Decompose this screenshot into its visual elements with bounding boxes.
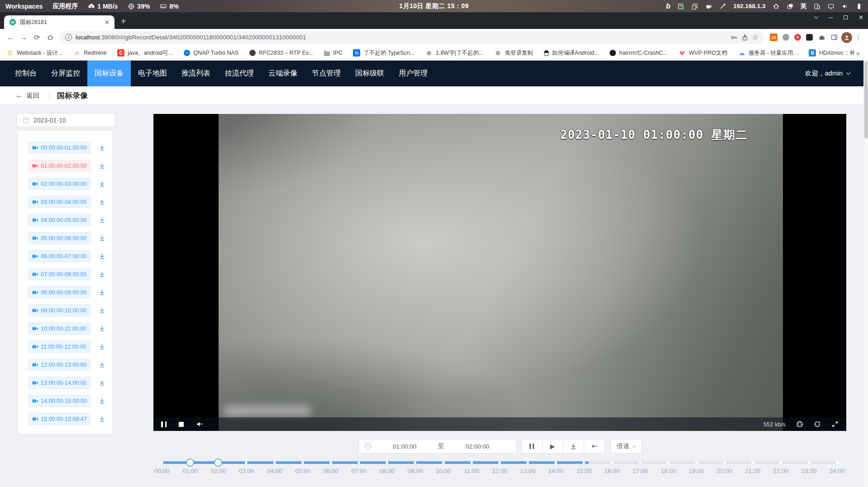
- side-panel-icon[interactable]: [830, 33, 838, 41]
- input-method-indicator[interactable]: 英: [801, 2, 807, 10]
- extensions-puzzle-icon[interactable]: [818, 33, 825, 41]
- start-time-value[interactable]: 01:00:00: [372, 443, 438, 450]
- browser-home-button[interactable]: [44, 34, 56, 41]
- share-icon[interactable]: [741, 34, 749, 41]
- download-segment-button[interactable]: [99, 271, 105, 278]
- bookmark[interactable]: 如何编译Android...: [544, 49, 599, 57]
- play-button[interactable]: ▶: [542, 439, 563, 454]
- time-range-picker[interactable]: 01:00:00 至 02:00:00: [358, 439, 517, 454]
- js-extension-icon[interactable]: JS: [770, 33, 777, 41]
- scrollbar-thumb[interactable]: [864, 61, 868, 138]
- window-restore-button[interactable]: [844, 15, 848, 19]
- coffee-tray-icon[interactable]: [705, 3, 712, 10]
- snapshot-button[interactable]: [796, 421, 803, 428]
- download-segment-button[interactable]: [99, 307, 105, 314]
- recording-segment-button[interactable]: 15:00:00-15:09:47: [28, 413, 91, 425]
- timeline-slider[interactable]: [162, 461, 837, 464]
- profile-avatar[interactable]: [841, 32, 852, 43]
- browser-menu-kebab-icon[interactable]: ⋮: [853, 33, 863, 42]
- bookmark[interactable]: java、android可...: [117, 49, 173, 57]
- back-button[interactable]: ← 返回: [15, 91, 39, 100]
- nav-tab[interactable]: 电子地图: [131, 61, 174, 86]
- player-pause-button[interactable]: [161, 421, 167, 427]
- download-segment-button[interactable]: [99, 199, 105, 205]
- url-bar[interactable]: i localhost:38080/#/gbRecordDetail/34020…: [60, 31, 764, 44]
- download-segment-button[interactable]: [99, 397, 105, 404]
- bookmark-star-icon[interactable]: ☆: [752, 33, 758, 42]
- nav-tab[interactable]: 拉流代理: [218, 61, 261, 86]
- network-speed-indicator[interactable]: 1 MB/s: [88, 3, 118, 10]
- bookmark[interactable]: 服务器 - 轻量应用...: [738, 49, 798, 57]
- bookmark[interactable]: Webstack - 设计...: [6, 49, 62, 57]
- site-info-icon[interactable]: i: [65, 34, 72, 41]
- video-surface[interactable]: 2023-01-10 01:00:00 星期二: [219, 114, 783, 431]
- nav-tab[interactable]: 国标级联: [348, 61, 391, 86]
- recording-segment-button[interactable]: 03:00:00-04:00:00: [28, 196, 91, 208]
- recording-segment-button[interactable]: 05:00:00-06:00:00: [28, 232, 91, 244]
- recording-segment-button[interactable]: 13:00:00-14:00:00: [28, 377, 91, 389]
- bookmark[interactable]: QNAP Turbo NAS: [184, 49, 238, 57]
- browser-tab[interactable]: 国标28181 ✕: [4, 15, 114, 29]
- download-recording-button[interactable]: [563, 439, 584, 454]
- recording-segment-button[interactable]: 04:00:00-05:00:00: [28, 214, 91, 226]
- timeline-start-handle[interactable]: [186, 459, 194, 467]
- copy-tray-icon[interactable]: [691, 3, 698, 10]
- nav-tab[interactable]: 节点管理: [305, 61, 348, 86]
- workspaces-button[interactable]: Workspaces: [5, 3, 43, 10]
- memory-usage-indicator[interactable]: 8%: [160, 3, 178, 10]
- nav-tab[interactable]: 云端录像: [261, 61, 305, 86]
- tray-app-b-icon[interactable]: b: [666, 2, 670, 10]
- bookmark[interactable]: RFC2833 – RTP Ev...: [249, 49, 313, 57]
- battery-tray-icon[interactable]: [855, 3, 863, 10]
- bookmark[interactable]: 1.8W字|了不起的...: [425, 49, 483, 57]
- reload-button[interactable]: ⟳: [31, 33, 43, 42]
- recording-segment-button[interactable]: 07:00:00-08:00:00: [28, 268, 91, 280]
- forward-nav-button[interactable]: →: [18, 33, 30, 42]
- nav-tab[interactable]: 国标设备: [87, 61, 131, 86]
- recording-segment-button[interactable]: 00:00:00-01:00:00: [28, 142, 91, 154]
- download-segment-button[interactable]: [99, 253, 105, 260]
- clock[interactable]: 1月10日 星期二 15：09: [399, 2, 469, 10]
- back-nav-button[interactable]: ←: [5, 33, 17, 42]
- bookmarks-overflow-chevron[interactable]: »: [854, 49, 862, 57]
- home-tray-icon[interactable]: [773, 3, 780, 10]
- tab-close-icon[interactable]: ✕: [105, 19, 110, 26]
- bookmark[interactable]: WVP-PRO文档: [678, 49, 727, 57]
- download-segment-button[interactable]: [99, 379, 105, 386]
- recording-segment-button[interactable]: 09:00:00-10:00:00: [28, 304, 91, 317]
- recording-segment-button[interactable]: 08:00:00-09:00:00: [28, 286, 91, 298]
- bookmark[interactable]: 了不起的 TypeScri...: [353, 49, 415, 57]
- download-segment-button[interactable]: [99, 325, 105, 332]
- color-picker-tray-icon[interactable]: [719, 3, 726, 10]
- recording-segment-button[interactable]: 06:00:00-07:00:00: [28, 250, 91, 262]
- page-scrollbar[interactable]: [863, 61, 868, 487]
- cpu-usage-indicator[interactable]: 39%: [128, 3, 150, 10]
- recording-segment-button[interactable]: 12:00:00-13:00:00: [28, 359, 91, 371]
- playback-speed-button[interactable]: 倍速: [610, 439, 642, 454]
- player-refresh-button[interactable]: [814, 421, 821, 428]
- pause-button[interactable]: [521, 439, 543, 454]
- recording-segment-button[interactable]: 11:00:00-12:00:00: [28, 340, 91, 353]
- date-picker[interactable]: 2023-01-10: [17, 113, 115, 127]
- bookmark[interactable]: hairrrrr/C-CrashC...: [610, 49, 668, 57]
- player-mute-button[interactable]: [196, 421, 203, 428]
- seek-back-button[interactable]: [584, 439, 605, 454]
- download-segment-button[interactable]: [99, 144, 105, 151]
- dark-extension-icon[interactable]: [806, 34, 813, 41]
- recording-segment-button[interactable]: 14:00:00-15:00:00: [28, 395, 91, 407]
- window-close-button[interactable]: ✕: [858, 14, 863, 21]
- password-key-icon[interactable]: [730, 34, 738, 41]
- recording-segment-button[interactable]: 10:00:00-11:00:00: [28, 322, 91, 335]
- recording-segment-button[interactable]: 02:00:00-03:00:00: [28, 178, 91, 190]
- user-menu[interactable]: 欢迎，admin: [805, 61, 868, 86]
- bookmark[interactable]: HDAtmos :: 种子 *...: [809, 49, 854, 57]
- timeline-end-handle[interactable]: [214, 459, 222, 467]
- workspace-switcher-icon[interactable]: [787, 3, 794, 10]
- display-tray-icon[interactable]: [827, 3, 835, 10]
- bookmark[interactable]: Redmine: [73, 49, 106, 57]
- applications-button[interactable]: 应用程序: [52, 2, 78, 10]
- download-segment-button[interactable]: [99, 361, 105, 368]
- download-segment-button[interactable]: [99, 162, 105, 169]
- blocker-extension-icon[interactable]: ✕: [794, 34, 801, 41]
- window-minimize-button[interactable]: ─: [829, 14, 833, 21]
